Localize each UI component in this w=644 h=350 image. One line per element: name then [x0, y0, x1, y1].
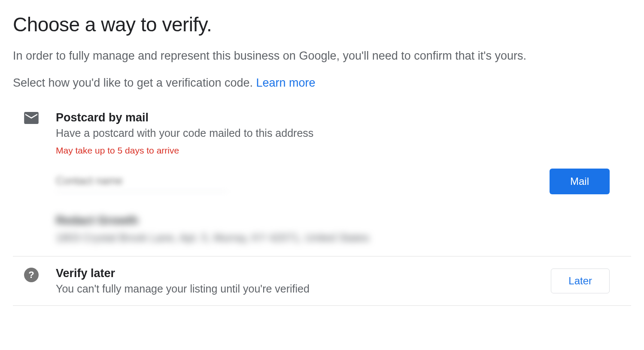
redacted-address-block: Redact Growth 1803 Crystal Brook Lane, A… — [56, 214, 631, 244]
page-title: Choose a way to verify. — [13, 13, 631, 36]
instruction-text: Select how you'd like to get a verificat… — [13, 76, 256, 89]
postcard-title: Postcard by mail — [56, 111, 631, 124]
mail-icon — [24, 118, 39, 125]
learn-more-link[interactable]: Learn more — [256, 76, 315, 89]
help-icon-col: ? — [24, 267, 45, 282]
postcard-warning: May take up to 5 days to arrive — [56, 145, 631, 156]
postcard-description: Have a postcard with your code mailed to… — [56, 127, 631, 139]
postcard-input-row: Mail — [56, 169, 631, 194]
later-description: You can't fully manage your listing unti… — [56, 283, 551, 295]
postcard-option: Postcard by mail Have a postcard with yo… — [13, 111, 631, 256]
mail-button[interactable]: Mail — [550, 169, 610, 194]
contact-name-input[interactable] — [56, 171, 228, 192]
divider-bottom — [13, 305, 631, 306]
later-content: Verify later You can't fully manage your… — [45, 267, 551, 295]
postcard-content: Postcard by mail Have a postcard with yo… — [45, 111, 631, 256]
later-title: Verify later — [56, 267, 551, 280]
page-subtitle: In order to fully manage and represent t… — [13, 48, 631, 64]
verify-later-option: ? Verify later You can't fully manage yo… — [13, 256, 631, 305]
mail-icon-col — [24, 111, 45, 126]
redacted-business-name: Redact Growth — [56, 214, 631, 227]
help-icon: ? — [24, 268, 39, 282]
instruction-row: Select how you'd like to get a verificat… — [13, 76, 631, 90]
later-button[interactable]: Later — [551, 269, 610, 293]
redacted-address: 1803 Crystal Brook Lane, Apt. 5, Murray,… — [56, 232, 631, 244]
